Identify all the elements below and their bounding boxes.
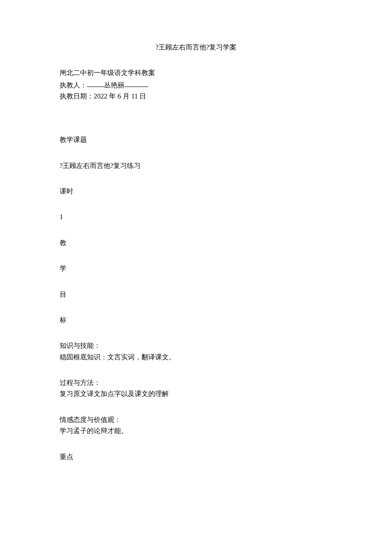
teacher-line: 执教人：丛艳丽 bbox=[60, 80, 332, 90]
objective-char-1: 教 bbox=[60, 238, 332, 248]
process-method-body: 复习原文译文加点字以及课文的理解 bbox=[60, 389, 332, 399]
teaching-topic-label: 教学课题 bbox=[60, 135, 332, 145]
blank-before-name bbox=[87, 80, 104, 87]
knowledge-skill-body: 稳固根底知识：文言实词，翻译课文。 bbox=[60, 353, 332, 362]
teacher-prefix: 执教人： bbox=[60, 81, 87, 88]
objective-char-2: 学 bbox=[60, 264, 332, 273]
teacher-name: 丛艳丽 bbox=[104, 81, 124, 88]
class-hours-label: 课时 bbox=[60, 187, 332, 196]
blank-after-name bbox=[124, 80, 148, 87]
class-hours-value: 1 bbox=[60, 212, 332, 222]
emotion-body: 学习孟子的论辩才能。 bbox=[60, 426, 332, 436]
objective-char-4: 标 bbox=[60, 315, 332, 325]
process-method-heading: 过程与方法： bbox=[60, 378, 332, 387]
knowledge-skill-heading: 知识与技能： bbox=[60, 341, 332, 350]
key-point-label: 重点 bbox=[60, 452, 332, 462]
school-subject-line: 闸北二中初一年级语文学科教案 bbox=[60, 68, 332, 78]
emotion-heading: 情感态度与价值观： bbox=[60, 415, 332, 425]
objective-char-3: 目 bbox=[60, 290, 332, 299]
teaching-date-line: 执教日期：2022 年 6 月 11 日 bbox=[60, 92, 332, 101]
teaching-topic-value: ?王顾左右而言他?复习练习 bbox=[60, 161, 332, 171]
document-title: ?王顾左右而言他?复习学案 bbox=[60, 43, 332, 52]
